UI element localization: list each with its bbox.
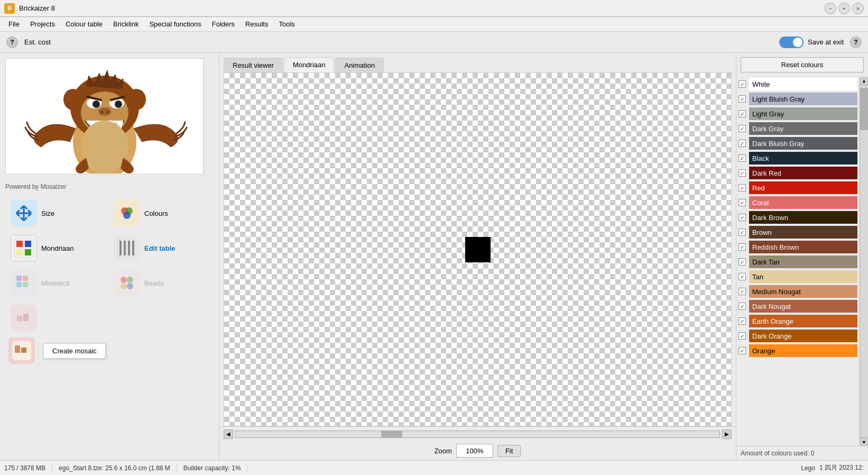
colour-row[interactable]: Light Bluish Gray [736,92,868,106]
menu-item-projects[interactable]: Projects [26,19,59,29]
colour-row[interactable]: Orange [736,343,868,358]
menu-item-results[interactable]: Results [241,19,272,29]
zoom-value[interactable]: 100% [456,444,493,458]
scroll-down-arrow[interactable]: ▼ [860,437,868,446]
est-cost-label: Est. cost [24,38,51,46]
colour-checkbox[interactable] [738,273,746,280]
help-icon-right[interactable]: ? [850,36,862,48]
scroll-right-arrow[interactable]: ▶ [722,430,732,439]
tool-size[interactable]: Size [8,198,107,229]
close-button[interactable]: × [852,3,864,14]
scroll-left-arrow[interactable]: ◀ [224,430,233,439]
colour-checkbox[interactable] [738,154,746,162]
tool-bottom1[interactable] [8,303,107,333]
menu-item-folders[interactable]: Folders [208,19,239,29]
tools-grid: Size Colours Mondriaan Edi [0,194,219,337]
colour-checkbox[interactable] [738,288,746,295]
horizontal-scrollbar: ◀ ▶ [219,426,736,441]
colour-checkbox[interactable] [738,332,746,340]
minimize-button[interactable]: − [825,3,836,14]
tool-mondriaan[interactable]: Mondriaan [8,233,107,263]
colour-row[interactable]: Light Gray [736,106,868,121]
tool-edittable[interactable]: Edit table [112,233,210,263]
colour-swatch: Dark Brown [749,211,857,224]
colour-row[interactable]: Dark Brown [736,210,868,225]
colour-swatch: Black [749,152,857,165]
colour-row[interactable]: White [736,77,868,92]
colour-row[interactable]: Dark Orange [736,328,868,343]
colour-checkbox[interactable] [738,243,746,251]
scroll-right-track[interactable] [860,85,868,437]
colour-checkbox[interactable] [738,317,746,325]
ministeck-label: Ministeck [41,279,70,287]
colour-row[interactable]: Dark Red [736,166,868,180]
tab-mondriaan[interactable]: Mondriaan [284,57,334,72]
colour-checkbox[interactable] [738,347,746,354]
colour-row[interactable]: Dark Gray [736,121,868,136]
tab-animation[interactable]: Animation [335,58,384,72]
maximize-button[interactable]: + [838,3,850,14]
colour-row[interactable]: Tan [736,269,868,284]
svg-rect-33 [25,241,31,247]
edittable-icon [114,235,140,261]
colour-checkbox[interactable] [738,80,746,88]
colour-row[interactable]: Earth Orange [736,314,868,328]
colour-swatch: Dark Orange [749,330,857,342]
colour-checkbox[interactable] [738,110,746,117]
scroll-up-arrow[interactable]: ▲ [860,77,868,85]
svg-rect-35 [25,249,31,255]
app-title: Brickaizer 8 [19,4,825,12]
colour-row[interactable]: Dark Tan [736,254,868,269]
colour-checkbox[interactable] [738,199,746,206]
colour-row[interactable]: Medium Nougat [736,284,868,299]
colour-checkbox[interactable] [738,184,746,191]
colour-row[interactable]: Reddish Brown [736,240,868,254]
scroll-right-thumb [860,88,868,130]
colour-checkbox[interactable] [738,140,746,147]
colour-list: WhiteLight Bluish GrayLight GrayDark Gra… [736,77,868,446]
menu-item-colour-table[interactable]: Colour table [61,19,107,29]
colour-row[interactable]: Brown [736,225,868,240]
menu-item-bricklink[interactable]: Bricklink [109,19,143,29]
colour-swatch: Light Gray [749,107,857,120]
menu-item-special-functions[interactable]: Special functions [145,19,205,29]
checkerboard-background [224,73,731,426]
scroll-track[interactable] [235,431,720,438]
fit-button[interactable]: Fit [497,445,521,457]
help-icon-left[interactable]: ? [6,36,18,48]
app-icon: B [4,3,15,14]
mondriaan-icon [11,235,37,261]
colour-checkbox[interactable] [738,214,746,221]
svg-rect-39 [128,241,130,255]
size-icon [11,200,37,226]
colour-row[interactable]: Red [736,180,868,195]
colour-list-container: WhiteLight Bluish GrayLight GrayDark Gra… [736,77,868,446]
tool-beads[interactable]: Beads [112,268,210,298]
colour-checkbox[interactable] [738,303,746,310]
colour-checkbox[interactable] [738,95,746,103]
tool-ministeck[interactable]: Ministeck [8,268,107,298]
tool-colours[interactable]: Colours [112,198,210,229]
save-at-exit-toggle[interactable] [779,36,804,48]
titlebar: B Brickaizer 8 − + × [0,0,868,17]
tab-result-viewer[interactable]: Result viewer [224,58,283,72]
colour-checkbox[interactable] [738,258,746,266]
colour-row[interactable]: Coral [736,195,868,210]
colour-row[interactable]: Black [736,151,868,166]
menu-item-file[interactable]: File [4,19,24,29]
colour-swatch: Red [749,181,857,194]
svg-rect-56 [21,348,26,353]
colour-checkbox[interactable] [738,169,746,177]
colour-checkbox[interactable] [738,229,746,236]
colour-swatch: Brown [749,226,857,239]
colour-row[interactable]: Dark Bluish Gray [736,136,868,151]
status-engine: Lego [801,464,815,472]
colour-checkbox[interactable] [738,125,746,132]
reset-colours-button[interactable]: Reset colours [741,57,864,72]
create-mosaic-button[interactable]: Create mosaic [43,343,106,359]
app-icon-label: B [7,5,11,11]
colour-row[interactable]: Dark Nougat [736,299,868,314]
status-capacity: Builder capacity: 1% [183,464,248,472]
menu-item-tools[interactable]: Tools [274,19,299,29]
mondriaan-label: Mondriaan [41,244,73,252]
